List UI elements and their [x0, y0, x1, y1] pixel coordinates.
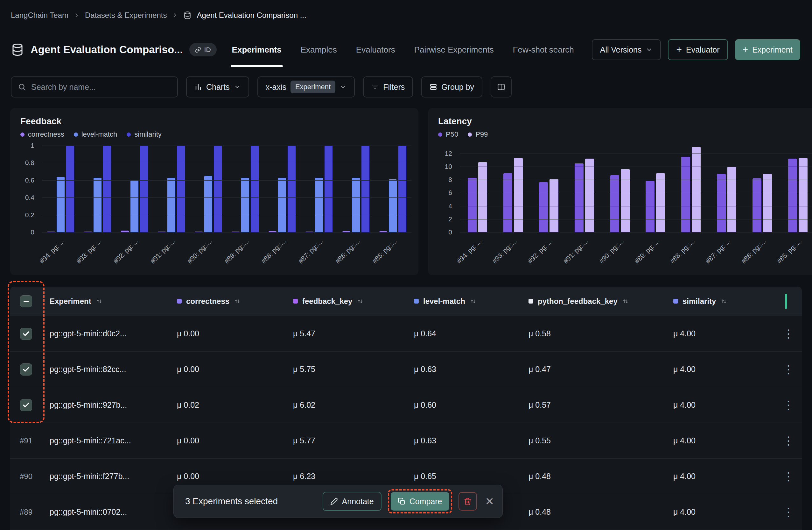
bar-P50[interactable] [681, 157, 690, 232]
bar-P99[interactable] [550, 179, 559, 232]
bar-P99[interactable] [727, 167, 736, 232]
experiment-name-link[interactable]: pg::gpt-5-mini::721ac... [42, 423, 177, 458]
legend-item-level-match[interactable]: level-match [74, 130, 117, 139]
bar-P99[interactable] [585, 158, 594, 232]
search-box[interactable] [11, 76, 178, 97]
table-row[interactable]: pg::gpt-5-mini::82cc...μ 0.00μ 5.75μ 0.6… [10, 352, 802, 387]
search-input[interactable] [31, 83, 171, 92]
bar-similarity[interactable] [103, 145, 111, 232]
bar-level-match[interactable] [352, 178, 360, 232]
bar-P99[interactable] [514, 158, 523, 232]
bar-P50[interactable] [717, 174, 726, 232]
column-header-level-match[interactable]: level-match [414, 287, 528, 316]
row-kebab-menu-icon[interactable]: ⋮ [783, 471, 794, 482]
bar-P99[interactable] [621, 169, 630, 232]
bar-similarity[interactable] [214, 145, 222, 232]
sort-icon[interactable] [96, 298, 103, 305]
row-kebab-menu-icon[interactable]: ⋮ [783, 400, 794, 411]
bar-similarity[interactable] [398, 145, 406, 232]
bar-level-match[interactable] [130, 180, 139, 232]
row-checkbox[interactable] [20, 363, 32, 376]
header-kebab-menu-icon[interactable]: ⋮ [807, 44, 812, 56]
column-header-Experiment[interactable]: Experiment [42, 287, 177, 316]
tab-pairwise-experiments[interactable]: Pairwise Experiments [413, 33, 495, 66]
bar-level-match[interactable] [204, 176, 212, 232]
row-kebab-menu-icon[interactable]: ⋮ [783, 506, 794, 518]
select-all-checkbox[interactable] [20, 295, 32, 307]
charts-dropdown[interactable]: Charts [186, 76, 249, 97]
row-kebab-menu-icon[interactable]: ⋮ [783, 328, 794, 339]
row-checkbox[interactable] [20, 399, 32, 411]
bar-P99[interactable] [478, 162, 487, 232]
tab-experiments[interactable]: Experiments [231, 33, 283, 66]
row-kebab-menu-icon[interactable]: ⋮ [783, 435, 794, 447]
bar-P99[interactable] [656, 173, 665, 232]
tab-evaluators[interactable]: Evaluators [355, 33, 396, 66]
experiment-name-link[interactable]: pg::gpt-5-mini::0702... [42, 494, 177, 530]
bar-P50[interactable] [575, 163, 583, 232]
bar-similarity[interactable] [288, 145, 295, 232]
experiment-name-link[interactable]: pg::gpt-5-mini::82cc... [42, 352, 177, 387]
bar-P50[interactable] [646, 181, 654, 232]
column-header-similarity[interactable]: similarity [673, 287, 777, 316]
legend-item-similarity[interactable]: similarity [127, 130, 162, 139]
bar-level-match[interactable] [168, 178, 175, 232]
bar-P99[interactable] [692, 147, 701, 232]
legend-item-correctness[interactable]: correctness [20, 130, 64, 139]
bar-P50[interactable] [753, 178, 762, 232]
bar-level-match[interactable] [93, 178, 102, 232]
group-by-button[interactable]: Group by [421, 76, 482, 97]
bar-similarity[interactable] [66, 145, 74, 232]
experiment-name-link[interactable]: pg::gpt-5-mini::d0c2... [42, 316, 177, 351]
add-evaluator-button[interactable]: + Evaluator [668, 39, 728, 60]
column-header-feedback_key[interactable]: feedback_key [293, 287, 414, 316]
tab-examples[interactable]: Examples [300, 33, 338, 66]
bar-level-match[interactable] [315, 178, 323, 232]
breadcrumb-dataset-name[interactable]: Agent Evaluation Comparison ... [197, 11, 306, 20]
bar-similarity[interactable] [361, 145, 369, 232]
sort-icon[interactable] [622, 298, 629, 305]
row-kebab-menu-icon[interactable]: ⋮ [783, 364, 794, 375]
table-row[interactable]: #91pg::gpt-5-mini::721ac...μ 0.00μ 5.77μ… [10, 423, 802, 459]
sort-icon[interactable] [470, 298, 477, 305]
compare-button[interactable]: Compare [391, 492, 449, 511]
bar-P99[interactable] [799, 158, 808, 232]
annotate-button[interactable]: Annotate [323, 492, 381, 511]
tab-few-shot-search[interactable]: Few-shot search [512, 33, 575, 66]
all-versions-dropdown[interactable]: All Versions [592, 39, 661, 60]
close-icon[interactable]: ✕ [485, 496, 494, 507]
add-experiment-button[interactable]: + Experiment [735, 39, 800, 60]
x-axis-dropdown[interactable]: x-axis Experiment [257, 76, 355, 97]
bar-P50[interactable] [468, 178, 477, 232]
column-header-correctness[interactable]: correctness [177, 287, 293, 316]
sort-icon[interactable] [357, 298, 364, 305]
bar-similarity[interactable] [251, 145, 259, 232]
bar-P50[interactable] [610, 175, 619, 232]
table-row[interactable]: pg::gpt-5-mini::927b...μ 0.02μ 6.02μ 0.6… [10, 387, 802, 423]
column-header-python_feedback_key[interactable]: python_feedback_key [528, 287, 673, 316]
bar-level-match[interactable] [241, 178, 249, 232]
bar-level-match[interactable] [389, 179, 397, 232]
legend-item-P50[interactable]: P50 [438, 130, 458, 139]
bar-P50[interactable] [503, 173, 512, 232]
bar-similarity[interactable] [324, 145, 333, 232]
bar-similarity[interactable] [177, 145, 185, 232]
sort-icon[interactable] [720, 298, 727, 305]
experiment-name-link[interactable]: pg::gpt-5-mini::f277b... [42, 459, 177, 494]
table-row[interactable]: pg::gpt-5-mini::d0c2...μ 0.00μ 5.47μ 0.6… [10, 316, 802, 352]
breadcrumb-datasets-experiments[interactable]: Datasets & Experiments [85, 11, 167, 20]
row-checkbox[interactable] [20, 328, 32, 340]
bar-similarity[interactable] [140, 145, 148, 232]
bar-level-match[interactable] [57, 177, 64, 232]
legend-item-P99[interactable]: P99 [468, 130, 488, 139]
dataset-id-badge[interactable]: ID [189, 43, 217, 56]
filters-button[interactable]: Filters [363, 76, 413, 97]
bar-P50[interactable] [539, 182, 548, 232]
bar-P99[interactable] [763, 174, 772, 232]
bar-level-match[interactable] [278, 178, 286, 232]
delete-button[interactable] [459, 492, 477, 511]
columns-button[interactable] [491, 76, 512, 97]
bar-P50[interactable] [788, 158, 797, 232]
experiment-name-link[interactable]: pg::gpt-5-mini::927b... [42, 387, 177, 423]
breadcrumb-team[interactable]: LangChain Team [11, 11, 69, 20]
